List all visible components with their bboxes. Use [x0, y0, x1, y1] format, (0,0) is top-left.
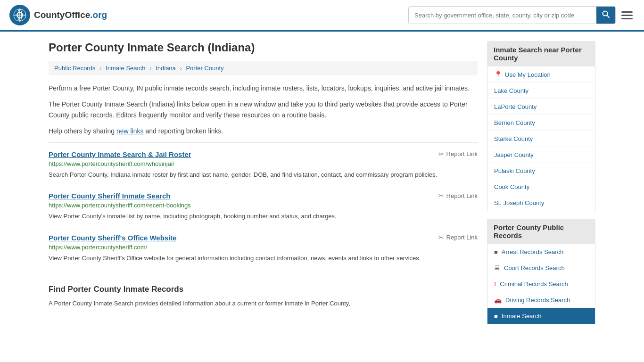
breadcrumb-sep: › — [180, 65, 182, 72]
use-location-label: Use My Location — [505, 71, 551, 78]
location-icon: 📍 — [494, 71, 502, 78]
nearby-section-header: Inmate Search near Porter County — [487, 41, 595, 66]
public-records-list: ■ Arrest Records Search 🏛 Court Records … — [487, 244, 595, 324]
result-item: Porter County Sheriff's Office Website ✂… — [49, 226, 478, 268]
criminal-records-link[interactable]: Criminal Records Search — [500, 280, 568, 288]
nearby-county-cook[interactable]: Cook County — [487, 179, 595, 195]
search-area — [408, 6, 635, 24]
desc3-post: and reporting broken links. — [144, 127, 223, 135]
nearby-county-pulaski[interactable]: Pulaski County — [487, 163, 595, 179]
search-button[interactable] — [596, 7, 615, 24]
nearby-county-lake[interactable]: Lake County — [487, 83, 595, 99]
court-icon: 🏛 — [494, 264, 500, 272]
public-records-section: Porter County Public Records ■ Arrest Re… — [487, 219, 595, 324]
court-records-link[interactable]: Court Records Search — [504, 264, 565, 272]
report-icon: ✂ — [438, 192, 444, 199]
arrest-records-link[interactable]: Arrest Records Search — [502, 248, 564, 255]
nearby-county-link[interactable]: LaPorte County — [494, 103, 537, 110]
nearby-county-berrien[interactable]: Berrien County — [487, 115, 595, 131]
result-item: Porter County Sheriff Inmate Search ✂ Re… — [49, 184, 478, 226]
nearby-county-link[interactable]: Berrien County — [494, 119, 535, 126]
report-icon: ✂ — [438, 234, 444, 241]
report-link-2[interactable]: ✂ Report Link — [438, 192, 478, 199]
logo-text: CountyOffice.org — [34, 10, 107, 20]
driving-icon: 🚗 — [494, 296, 502, 304]
find-section: Find Porter County Inmate Records A Port… — [49, 277, 478, 309]
result-item: Porter County Inmate Search & Jail Roste… — [49, 142, 478, 184]
nearby-county-link[interactable]: Jasper County — [494, 151, 534, 158]
pr-arrest-records[interactable]: ■ Arrest Records Search — [487, 244, 595, 260]
result-title-1[interactable]: Porter County Inmate Search & Jail Roste… — [49, 150, 191, 158]
nearby-county-link[interactable]: Pulaski County — [494, 167, 535, 174]
result-url-2: https://www.portercountysheriff.com/rece… — [49, 202, 478, 209]
description-3: Help others by sharing new links and rep… — [49, 126, 478, 136]
inmate-search-link[interactable]: Inmate Search — [502, 313, 542, 320]
breadcrumb-indiana[interactable]: Indiana — [156, 65, 176, 72]
result-desc-3: View Porter County Sheriff's Office webs… — [49, 254, 478, 263]
pr-criminal-records[interactable]: ! Criminal Records Search — [487, 276, 595, 292]
result-header: Porter County Inmate Search & Jail Roste… — [49, 150, 478, 158]
search-box — [408, 6, 616, 24]
nearby-county-link[interactable]: Cook County — [494, 183, 529, 190]
use-my-location[interactable]: 📍 Use My Location — [487, 66, 595, 83]
nearby-county-stjoseph[interactable]: St. Joseph County — [487, 195, 595, 211]
driving-records-link[interactable]: Driving Records Search — [505, 296, 570, 304]
sidebar: Inmate Search near Porter County 📍 Use M… — [487, 41, 595, 332]
nearby-county-jasper[interactable]: Jasper County — [487, 147, 595, 163]
content-area: Porter County Inmate Search (Indiana) Pu… — [49, 41, 478, 332]
logo-area: CountyOffice.org — [9, 5, 107, 25]
breadcrumb-public-records[interactable]: Public Records — [54, 65, 95, 72]
hamburger-line — [621, 11, 633, 13]
result-desc-2: View Porter County's inmate list by name… — [49, 212, 478, 221]
pr-court-records[interactable]: 🏛 Court Records Search — [487, 260, 595, 276]
report-link-1[interactable]: ✂ Report Link — [438, 150, 478, 158]
result-title-2[interactable]: Porter County Sheriff Inmate Search — [49, 192, 170, 200]
arrest-icon: ■ — [494, 248, 498, 255]
svg-line-6 — [607, 16, 610, 18]
logo-icon — [9, 5, 30, 25]
report-link-label: Report Link — [446, 150, 478, 157]
report-icon: ✂ — [438, 150, 444, 158]
new-links-link[interactable]: new links — [116, 127, 144, 135]
nearby-county-link[interactable]: St. Joseph County — [494, 199, 544, 206]
search-input[interactable] — [409, 8, 596, 23]
result-url-1: https://www.portercountysheriff.com/whos… — [49, 160, 478, 167]
breadcrumb-inmate-search[interactable]: Inmate Search — [106, 65, 146, 72]
find-section-desc: A Porter County Inmate Search provides d… — [49, 299, 478, 309]
public-records-header: Porter County Public Records — [487, 219, 595, 244]
page-title: Porter County Inmate Search (Indiana) — [49, 41, 478, 54]
result-header: Porter County Sheriff's Office Website ✂… — [49, 234, 478, 242]
hamburger-line — [621, 15, 633, 16]
nearby-county-starke[interactable]: Starke County — [487, 131, 595, 147]
report-link-label: Report Link — [446, 234, 478, 241]
site-header: CountyOffice.org — [0, 0, 644, 32]
menu-button[interactable] — [619, 9, 635, 21]
result-url-3: https://www.portercountysheriff.com/ — [49, 244, 478, 251]
nearby-county-link[interactable]: Lake County — [494, 87, 528, 94]
pr-driving-records[interactable]: 🚗 Driving Records Search — [487, 292, 595, 308]
inmate-icon: ■ — [494, 313, 498, 320]
report-link-label: Report Link — [446, 192, 478, 199]
hamburger-line — [621, 18, 633, 19]
criminal-icon: ! — [494, 280, 496, 288]
result-title-3[interactable]: Porter County Sheriff's Office Website — [49, 234, 177, 242]
breadcrumb-sep: › — [149, 65, 151, 72]
breadcrumb-sep: › — [99, 65, 101, 72]
description-1: Perform a free Porter County, IN public … — [49, 83, 478, 93]
breadcrumb: Public Records › Inmate Search › Indiana… — [49, 61, 478, 75]
breadcrumb-porter-county[interactable]: Porter County — [186, 65, 223, 72]
result-desc-1: Search Porter County, Indiana inmate ros… — [49, 170, 478, 180]
main-container: Porter County Inmate Search (Indiana) Pu… — [39, 32, 605, 341]
find-section-title: Find Porter County Inmate Records — [49, 285, 478, 294]
nearby-county-link[interactable]: Starke County — [494, 135, 533, 142]
result-header: Porter County Sheriff Inmate Search ✂ Re… — [49, 192, 478, 200]
pr-inmate-search[interactable]: ■ Inmate Search — [487, 308, 595, 324]
description-2: The Porter County Inmate Search (Indiana… — [49, 99, 478, 120]
desc3-pre: Help others by sharing — [49, 127, 116, 135]
report-link-3[interactable]: ✂ Report Link — [438, 234, 478, 241]
nearby-list: 📍 Use My Location Lake County LaPorte Co… — [487, 66, 595, 211]
nearby-section: Inmate Search near Porter County 📍 Use M… — [487, 41, 595, 211]
nearby-county-laporte[interactable]: LaPorte County — [487, 99, 595, 115]
